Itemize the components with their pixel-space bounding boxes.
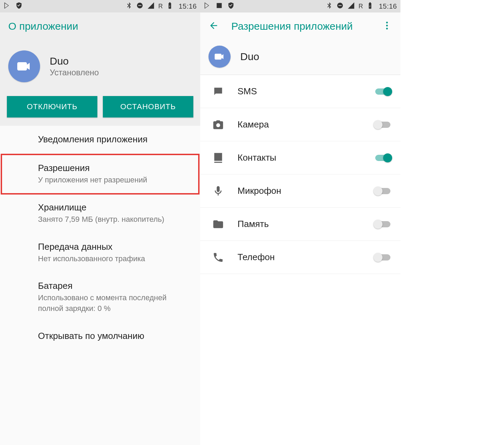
perm-toggle[interactable] bbox=[374, 153, 392, 163]
image-icon bbox=[215, 2, 223, 11]
app-name: Duo bbox=[240, 51, 259, 63]
setting-title: Открывать по умолчанию bbox=[38, 331, 192, 341]
app-settings-list: Уведомления приложения Разрешения У прил… bbox=[0, 126, 200, 351]
signal-icon bbox=[147, 2, 155, 11]
battery-icon bbox=[366, 2, 374, 11]
storage-item[interactable]: Хранилище Занято 7,59 МБ (внутр. накопит… bbox=[0, 194, 200, 233]
appbar-title: Разрешения приложений bbox=[231, 20, 382, 32]
play-store-icon bbox=[3, 2, 11, 11]
perm-toggle[interactable] bbox=[374, 86, 392, 97]
setting-subtitle: Нет использованного трафика bbox=[38, 254, 192, 264]
disable-button[interactable]: ОТКЛЮЧИТЬ bbox=[7, 96, 97, 117]
bluetooth-icon bbox=[125, 2, 133, 11]
phone-left: R 15:16 О приложении Duo Установлено ОТК… bbox=[0, 0, 200, 445]
setting-title: Хранилище bbox=[38, 202, 192, 213]
setting-title: Уведомления приложения bbox=[38, 134, 192, 145]
setting-subtitle: Занято 7,59 МБ (внутр. накопитель) bbox=[38, 214, 192, 225]
app-status: Установлено bbox=[50, 68, 99, 77]
phone-icon bbox=[209, 252, 228, 263]
perm-label: Телефон bbox=[238, 252, 374, 263]
dnd-icon bbox=[136, 2, 144, 11]
dnd-icon bbox=[336, 2, 344, 11]
appbar-left: О приложении bbox=[0, 12, 200, 40]
roaming-badge: R bbox=[158, 3, 163, 10]
setting-title: Разрешения bbox=[38, 163, 192, 173]
signal-icon bbox=[347, 2, 355, 11]
shield-icon bbox=[227, 2, 235, 11]
svg-rect-3 bbox=[339, 5, 342, 6]
appbar-right: Разрешения приложений bbox=[200, 12, 400, 40]
status-time: 15:16 bbox=[379, 2, 397, 10]
perm-label: Микрофон bbox=[238, 186, 374, 196]
appbar-title: О приложении bbox=[8, 20, 192, 32]
default-open-item[interactable]: Открывать по умолчанию bbox=[0, 322, 200, 351]
perm-sms[interactable]: SMS bbox=[200, 75, 400, 108]
overflow-button[interactable] bbox=[382, 20, 392, 32]
shield-icon bbox=[15, 2, 23, 11]
contacts-icon bbox=[209, 152, 228, 164]
perm-microphone[interactable]: Микрофон bbox=[200, 174, 400, 208]
microphone-icon bbox=[209, 185, 228, 197]
perm-label: Камера bbox=[238, 119, 374, 130]
svg-point-6 bbox=[386, 28, 388, 29]
notifications-item[interactable]: Уведомления приложения bbox=[0, 126, 200, 154]
perm-label: SMS bbox=[238, 86, 374, 97]
perm-phone[interactable]: Телефон bbox=[200, 241, 400, 274]
svg-point-4 bbox=[386, 22, 388, 23]
perm-storage[interactable]: Память bbox=[200, 208, 400, 241]
perm-camera[interactable]: Камера bbox=[200, 108, 400, 141]
perm-contacts[interactable]: Контакты bbox=[200, 141, 400, 174]
perm-toggle[interactable] bbox=[374, 252, 392, 263]
perm-label: Память bbox=[238, 219, 374, 229]
app-name: Duo bbox=[50, 55, 99, 67]
setting-title: Передача данных bbox=[38, 242, 192, 252]
perm-toggle[interactable] bbox=[374, 186, 392, 196]
perm-toggle[interactable] bbox=[374, 219, 392, 229]
perm-app-header: Duo bbox=[200, 40, 400, 75]
bluetooth-icon bbox=[325, 2, 333, 11]
phone-right: R 15:16 Разрешения приложений Duo SMS bbox=[200, 0, 400, 445]
play-store-icon bbox=[204, 2, 211, 11]
roaming-badge: R bbox=[358, 3, 363, 10]
status-bar: R 15:16 bbox=[200, 0, 400, 12]
svg-rect-1 bbox=[138, 5, 142, 6]
setting-subtitle: Использовано с момента последней полной … bbox=[38, 293, 192, 314]
stop-button[interactable]: ОСТАНОВИТЬ bbox=[103, 96, 193, 117]
permissions-list: SMS Камера Контакты Микрофон bbox=[200, 75, 400, 274]
sms-icon bbox=[209, 86, 228, 97]
perm-toggle[interactable] bbox=[374, 120, 392, 130]
data-usage-item[interactable]: Передача данных Нет использованного траф… bbox=[0, 233, 200, 273]
status-time: 15:16 bbox=[178, 2, 197, 10]
duo-app-icon bbox=[209, 46, 231, 68]
perm-label: Контакты bbox=[238, 152, 374, 163]
folder-icon bbox=[209, 218, 228, 230]
battery-item[interactable]: Батарея Использовано с момента последней… bbox=[0, 272, 200, 322]
setting-subtitle: У приложения нет разрешений bbox=[38, 175, 192, 186]
app-actions: ОТКЛЮЧИТЬ ОСТАНОВИТЬ bbox=[0, 96, 200, 126]
setting-title: Батарея bbox=[38, 281, 192, 291]
back-button[interactable] bbox=[209, 20, 219, 32]
battery-icon bbox=[166, 2, 174, 11]
duo-app-icon bbox=[8, 50, 40, 82]
blank-gutter bbox=[400, 0, 504, 445]
svg-point-5 bbox=[386, 25, 388, 27]
status-bar: R 15:16 bbox=[0, 0, 200, 12]
permissions-item[interactable]: Разрешения У приложения нет разрешений bbox=[1, 154, 199, 194]
camera-icon bbox=[209, 119, 228, 131]
app-info-header: Duo Установлено bbox=[0, 40, 200, 96]
